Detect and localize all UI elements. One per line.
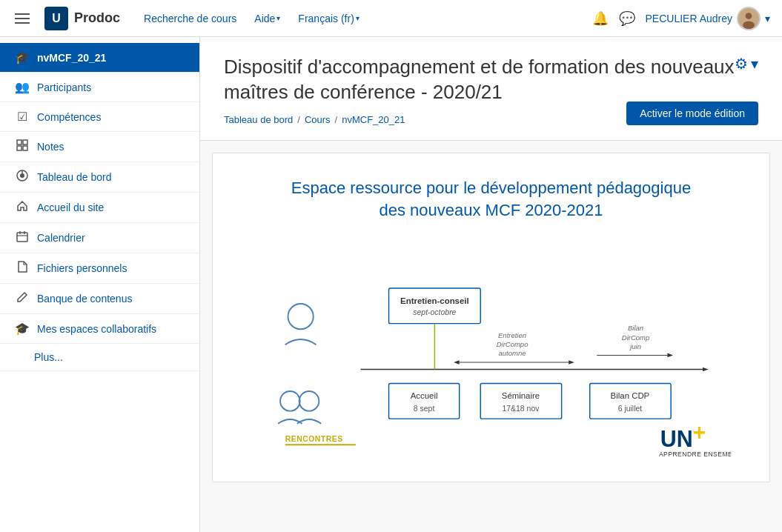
hamburger-menu[interactable] [12,10,33,27]
nav-aide-dropdown[interactable]: Aide ▾ [248,10,286,27]
svg-text:automne: automne [499,350,526,358]
svg-text:DirComp: DirComp [622,333,649,342]
breadcrumb-nvmcf[interactable]: nvMCF_20_21 [342,114,405,125]
sidebar-item-banque-label: Banque de contenus [37,293,132,305]
langue-chevron-icon: ▾ [356,14,359,22]
svg-rect-3 [17,140,21,144]
participants-icon: 👥 [15,80,30,94]
sidebar-item-banque-de-contenus[interactable]: Banque de contenus [0,284,199,314]
table-icon [15,139,30,154]
svg-rect-4 [23,140,27,144]
gear-settings-button[interactable]: ⚙ ▾ [735,55,758,73]
user-menu[interactable]: PECULIER Audrey ▾ [646,7,771,30]
svg-text:+: + [693,419,706,445]
svg-text:Bilan CDP: Bilan CDP [611,392,650,401]
sidebar-item-mes-espaces[interactable]: 🎓 Mes espaces collaboratifs [0,314,199,344]
svg-rect-5 [17,146,21,150]
sidebar-item-nvmcf-label: nvMCF_20_21 [37,52,106,64]
svg-marker-29 [454,360,460,365]
nav-recherche-de-cours[interactable]: Recherche de cours [138,10,242,27]
sidebar-item-calendrier-label: Calendrier [37,232,85,244]
svg-point-15 [280,391,300,411]
logo-icon: U [44,7,68,30]
svg-marker-35 [667,353,673,358]
breadcrumb-tableau-de-bord[interactable]: Tableau de bord [224,114,293,125]
svg-text:6 juillet: 6 juillet [618,405,643,413]
edit-mode-button[interactable]: Activer le mode édition [626,102,758,125]
svg-point-2 [743,21,755,29]
user-chevron-icon: ▾ [765,13,770,24]
file-icon [15,261,30,276]
diagram-container: RENCONTRES Entretien-conseil sept-octobr… [236,246,746,457]
avatar [737,7,761,30]
svg-text:Accueil: Accueil [411,392,438,401]
sidebar-item-competences-label: Compétences [37,111,101,123]
checkmark-icon: ☑ [15,110,30,124]
svg-marker-30 [569,360,574,365]
navbar-right: 🔔 💬 PECULIER Audrey ▾ [592,7,771,30]
breadcrumb-cours[interactable]: Cours [305,114,331,125]
breadcrumb-sep-1: / [297,114,300,125]
svg-text:sept-octobre: sept-octobre [413,308,456,316]
navbar-logo[interactable]: U Prodoc [44,7,120,30]
svg-text:RENCONTRES: RENCONTRES [285,436,343,444]
course-content-card: Espace ressource pour le développement p… [212,153,770,482]
sidebar-item-plus-label: Plus... [34,351,63,363]
layout: 🎓 nvMCF_20_21 👥 Participants ☑ Compétenc… [0,37,782,532]
sidebar-item-participants[interactable]: 👥 Participants [0,73,199,102]
sidebar-item-espaces-label: Mes espaces collaboratifs [37,323,156,335]
sidebar: 🎓 nvMCF_20_21 👥 Participants ☑ Compétenc… [0,37,200,532]
svg-rect-6 [23,146,27,150]
content-title: Espace ressource pour le développement p… [236,177,746,223]
sidebar-item-participants-label: Participants [37,82,91,93]
sidebar-item-tableau-label: Tableau de bord [37,171,111,183]
svg-point-1 [746,13,752,19]
course-header-card: Dispositif d'accompagnement et de format… [200,37,782,141]
svg-rect-36 [389,384,460,419]
graduation-cap2-icon: 🎓 [15,322,30,336]
sidebar-item-fichiers-label: Fichiers personnels [37,262,127,274]
nav-langue-dropdown[interactable]: Français (fr) ▾ [292,10,365,27]
notification-bell-button[interactable]: 🔔 [592,10,609,27]
svg-rect-42 [590,384,671,419]
sidebar-item-notes-label: Notes [37,141,64,153]
svg-marker-20 [703,368,709,372]
sidebar-item-nvmcf[interactable]: 🎓 nvMCF_20_21 [0,43,199,73]
svg-rect-39 [480,384,561,419]
gear-icon: ⚙ [735,55,748,73]
svg-text:8 sept: 8 sept [414,405,435,413]
svg-text:Séminaire: Séminaire [502,392,540,401]
navbar: U Prodoc Recherche de cours Aide ▾ Franç… [0,0,782,37]
main-content: Dispositif d'accompagnement et de format… [200,37,782,532]
navbar-nav: Recherche de cours Aide ▾ Français (fr) … [138,10,365,27]
sidebar-item-calendrier[interactable]: Calendrier [0,223,199,253]
sidebar-item-competences[interactable]: ☑ Compétences [0,102,199,132]
sidebar-item-accueil-du-site[interactable]: Accueil du site [0,193,199,223]
svg-text:APPRENDRE ENSEMBLE: APPRENDRE ENSEMBLE [659,450,731,458]
svg-text:Bilan: Bilan [628,324,643,332]
graduation-cap-icon: 🎓 [15,50,30,64]
dashboard-icon [15,170,30,184]
svg-text:Entretien: Entretien [498,331,526,339]
svg-point-14 [288,304,313,329]
sidebar-item-tableau-de-bord[interactable]: Tableau de bord [0,162,199,193]
messages-button[interactable]: 💬 [619,10,635,27]
svg-text:juin: juin [629,342,641,350]
logo-text: Prodoc [74,10,120,26]
diagram-svg: RENCONTRES Entretien-conseil sept-octobr… [251,246,731,457]
user-name: PECULIER Audrey [646,13,733,24]
home-icon [15,200,30,215]
svg-point-8 [20,173,24,178]
pencil-icon [15,291,30,306]
svg-text:Entretien-conseil: Entretien-conseil [400,296,469,305]
gear-chevron-icon: ▾ [751,55,758,73]
sidebar-item-fichiers-personnels[interactable]: Fichiers personnels [0,253,199,284]
svg-rect-10 [17,233,27,242]
svg-point-16 [299,391,319,411]
sidebar-item-accueil-label: Accueil du site [37,202,104,213]
sidebar-item-plus[interactable]: Plus... [0,344,199,371]
breadcrumb-sep-2: / [335,114,338,125]
course-title: Dispositif d'accompagnement et de format… [224,55,758,105]
svg-rect-21 [389,288,481,324]
sidebar-item-notes[interactable]: Notes [0,132,199,162]
